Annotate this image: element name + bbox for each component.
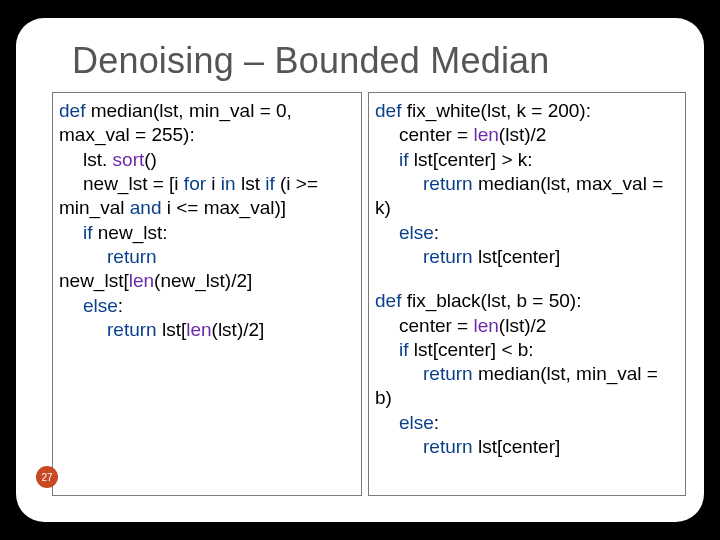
code-text: :: [118, 295, 123, 316]
kw-return: return: [107, 246, 157, 267]
kw-def: def: [59, 100, 85, 121]
code-line: def median(lst, min_val = 0, max_val = 2…: [59, 99, 355, 148]
code-line: return median(lst, max_val = k): [375, 172, 679, 221]
kw-return: return: [423, 173, 473, 194]
code-text: :: [434, 412, 439, 433]
kw-if: if: [265, 173, 275, 194]
page-number-badge: 27: [36, 466, 58, 488]
code-line: def fix_white(lst, k = 200):: [375, 99, 679, 123]
page-title: Denoising – Bounded Median: [16, 40, 704, 82]
code-line: def fix_black(lst, b = 50):: [375, 289, 679, 313]
code-line: center = len(lst)/2: [375, 314, 679, 338]
code-text: i: [206, 173, 221, 194]
kw-else: else: [83, 295, 118, 316]
code-text: lst[: [157, 319, 187, 340]
code-text: median(lst, min_val = b): [375, 363, 658, 408]
code-line: if lst[center] < b:: [375, 338, 679, 362]
code-line: return lst[len(lst)/2]: [59, 318, 355, 342]
code-text: center =: [399, 124, 473, 145]
code-text: center =: [399, 315, 473, 336]
kw-return: return: [107, 319, 157, 340]
code-text: (lst)/2: [499, 315, 547, 336]
kw-in: in: [221, 173, 236, 194]
blank-line: [375, 269, 679, 289]
code-text: lst[center] < b:: [409, 339, 534, 360]
slide: Denoising – Bounded Median def median(ls…: [16, 18, 704, 522]
kw-return: return: [423, 246, 473, 267]
code-text: lst.: [83, 149, 113, 170]
kw-and: and: [130, 197, 162, 218]
code-line: return median(lst, min_val = b): [375, 362, 679, 411]
code-line: else:: [59, 294, 355, 318]
code-text: new_lst:: [93, 222, 168, 243]
code-line: return new_lst[len(new_lst)/2]: [59, 245, 355, 294]
code-text: (lst)/2]: [212, 319, 265, 340]
code-line: center = len(lst)/2: [375, 123, 679, 147]
code-line: if new_lst:: [59, 221, 355, 245]
code-text: i <= max_val)]: [161, 197, 286, 218]
code-block-median: def median(lst, min_val = 0, max_val = 2…: [52, 92, 362, 496]
code-text: median(lst, min_val = 0, max_val = 255):: [59, 100, 292, 145]
code-line: return lst[center]: [375, 435, 679, 459]
code-text: fix_white(lst, k = 200):: [401, 100, 591, 121]
code-text: (new_lst)/2]: [154, 270, 252, 291]
builtin-len: len: [129, 270, 154, 291]
builtin-sort: sort: [113, 149, 145, 170]
code-text: lst[center]: [473, 246, 561, 267]
code-block-fix: def fix_white(lst, k = 200): center = le…: [368, 92, 686, 496]
builtin-len: len: [186, 319, 211, 340]
code-text: new_lst[: [59, 270, 129, 291]
kw-return: return: [423, 363, 473, 384]
code-line: lst. sort(): [59, 148, 355, 172]
code-text: lst: [236, 173, 266, 194]
code-line: return lst[center]: [375, 245, 679, 269]
code-line: else:: [375, 411, 679, 435]
kw-else: else: [399, 412, 434, 433]
kw-if: if: [399, 339, 409, 360]
builtin-len: len: [473, 124, 498, 145]
kw-if: if: [399, 149, 409, 170]
code-text: (): [144, 149, 157, 170]
kw-def: def: [375, 100, 401, 121]
code-line: new_lst = [i for i in lst if (i >= min_v…: [59, 172, 355, 221]
code-text: :: [434, 222, 439, 243]
kw-for: for: [184, 173, 206, 194]
kw-return: return: [423, 436, 473, 457]
code-line: if lst[center] > k:: [375, 148, 679, 172]
code-text: lst[center]: [473, 436, 561, 457]
code-text: lst[center] > k:: [409, 149, 533, 170]
kw-def: def: [375, 290, 401, 311]
kw-else: else: [399, 222, 434, 243]
builtin-len: len: [473, 315, 498, 336]
code-text: median(lst, max_val = k): [375, 173, 663, 218]
kw-if: if: [83, 222, 93, 243]
code-columns: def median(lst, min_val = 0, max_val = 2…: [16, 82, 704, 496]
code-line: else:: [375, 221, 679, 245]
code-text: (lst)/2: [499, 124, 547, 145]
code-text: new_lst = [i: [83, 173, 184, 194]
code-text: fix_black(lst, b = 50):: [401, 290, 581, 311]
